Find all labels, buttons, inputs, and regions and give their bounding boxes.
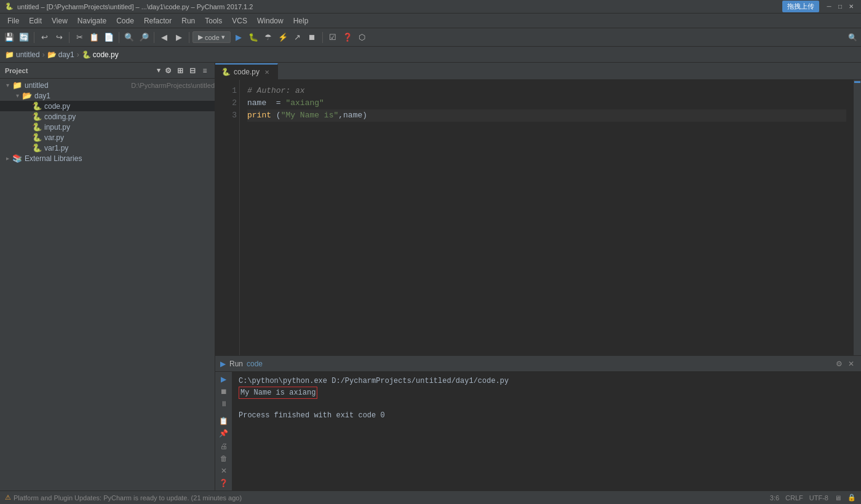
menu-item-navigate[interactable]: Navigate <box>73 15 111 26</box>
cut-button[interactable]: ✂ <box>73 31 86 44</box>
run-stop-button[interactable]: ⏹ <box>218 387 230 396</box>
synchronize-button[interactable]: 🔄 <box>17 31 31 44</box>
menu-item-run[interactable]: Run <box>177 15 200 26</box>
code-line-3: print ("My Name is",name) <box>247 109 846 122</box>
run-button[interactable]: ▶ <box>232 31 245 44</box>
menu-item-view[interactable]: View <box>47 15 73 26</box>
sdk-button[interactable]: ❓ <box>341 31 354 44</box>
task-button[interactable]: ☑ <box>326 31 339 44</box>
save-all-button[interactable]: 💾 <box>2 31 16 44</box>
status-line-ending[interactable]: CRLF <box>785 494 803 502</box>
menu-item-refactor[interactable]: Refactor <box>139 15 177 26</box>
status-encoding[interactable]: UTF-8 <box>809 494 828 502</box>
status-message[interactable]: Platform and Plugin Updates: PyCharm is … <box>14 494 242 502</box>
run-pause-button[interactable]: ⏸ <box>218 399 230 409</box>
redo-button[interactable]: ↪ <box>52 31 66 44</box>
run-panel-header: ▶ Run code ⚙ ✕ <box>215 356 861 372</box>
run-settings-icon[interactable]: ⚙ <box>834 359 844 369</box>
status-position[interactable]: 3:6 <box>770 494 779 502</box>
find-button[interactable]: 🔍 <box>122 31 136 44</box>
tree-item-codepy[interactable]: ▸ 🐍 code.py <box>0 101 215 111</box>
coverage-button[interactable]: ☂ <box>261 31 275 44</box>
project-panel-title: Project <box>5 67 157 74</box>
tree-item-inputpy[interactable]: ▸ 🐍 input.py <box>0 122 215 132</box>
find-replace-button[interactable]: 🔎 <box>137 31 151 44</box>
menu-item-tools[interactable]: Tools <box>200 15 227 26</box>
project-collapse-icon[interactable]: ⊟ <box>188 66 197 76</box>
step-button[interactable]: ↗ <box>291 31 304 44</box>
run-close-icon[interactable]: ✕ <box>846 359 856 369</box>
status-left: ⚠ Platform and Plugin Updates: PyCharm i… <box>5 494 765 502</box>
run-close-button[interactable]: ✕ <box>218 466 230 476</box>
tab-codepy-close[interactable]: ✕ <box>263 68 271 76</box>
search-everywhere-button[interactable]: 🔍 <box>846 31 859 44</box>
close-button[interactable]: ✕ <box>846 2 856 12</box>
menu-item-file[interactable]: File <box>2 15 24 26</box>
run-header-actions: ⚙ ✕ <box>834 359 856 369</box>
forward-button[interactable]: ▶ <box>172 31 186 44</box>
run-config-arrow: ▾ <box>221 33 225 41</box>
tree-icon-extlib: 📚 <box>12 154 22 163</box>
tree-item-codingpy[interactable]: ▸ 🐍 coding.py <box>0 111 215 122</box>
run-pin-button[interactable]: 📌 <box>218 428 230 438</box>
tab-codepy[interactable]: 🐍 code.py ✕ <box>215 63 278 79</box>
paste-button[interactable]: 📄 <box>102 31 116 44</box>
editor-scrollbar[interactable] <box>854 80 861 355</box>
run-help-button[interactable]: ❓ <box>218 478 230 488</box>
code-line-1: # Author: ax <box>247 85 846 97</box>
line-num-1: 1 <box>218 85 237 97</box>
tree-item-untitled[interactable]: ▾ 📁 untitled D:\PycharmProjects\untitled <box>0 80 215 90</box>
project-tree: ▾ 📁 untitled D:\PycharmProjects\untitled… <box>0 79 215 490</box>
run-config-label: code <box>205 34 220 41</box>
undo-button[interactable]: ↩ <box>38 31 51 44</box>
menu-item-vcs[interactable]: VCS <box>227 15 252 26</box>
tree-icon-var1py: 🐍 <box>32 143 42 152</box>
title-bar: 🐍 untitled – [D:\PycharmProjects\untitle… <box>0 0 861 14</box>
run-panel-body: ▶ ⏹ ⏸ 📋 📌 🖨 🗑 ✕ ❓ C:\python\python.exe D… <box>215 372 861 490</box>
toolbar-sep-2 <box>69 32 69 43</box>
menu-item-window[interactable]: Window <box>252 15 288 26</box>
status-warning-icon: ⚠ <box>5 494 11 502</box>
tree-item-var1py[interactable]: ▸ 🐍 var1.py <box>0 143 215 153</box>
project-expand-icon[interactable]: ⊞ <box>175 66 185 76</box>
minimize-button[interactable]: ─ <box>824 2 834 12</box>
maximize-button[interactable]: □ <box>835 2 845 12</box>
folder-icon-2: 📂 <box>47 50 57 59</box>
run-output-line-2: My Name is axiang <box>239 387 855 399</box>
copy-button[interactable]: 📋 <box>87 31 101 44</box>
breadcrumb-day1[interactable]: 📂 day1 <box>47 50 74 59</box>
tree-item-varpy[interactable]: ▸ 🐍 var.py <box>0 132 215 143</box>
menu-item-edit[interactable]: Edit <box>24 15 47 26</box>
stop-button[interactable]: ⏹ <box>306 31 319 44</box>
run-copy-button[interactable]: 📋 <box>218 416 230 426</box>
database-button[interactable]: ⬡ <box>355 31 369 44</box>
run-icon: ▶ <box>220 360 226 368</box>
tree-label-codingpy: coding.py <box>44 112 215 121</box>
run-config-selector[interactable]: ▶ code ▾ <box>192 31 231 43</box>
breadcrumb-codepy[interactable]: 🐍 code.py <box>82 50 119 59</box>
run-print-button[interactable]: 🖨 <box>218 441 230 451</box>
breadcrumb: 📁 untitled › 📂 day1 › 🐍 code.py <box>0 47 861 63</box>
run-play-button[interactable]: ▶ <box>218 374 230 384</box>
tree-item-external-libraries[interactable]: ▸ 📚 External Libraries <box>0 153 215 163</box>
status-monitor-icon[interactable]: 🖥 <box>835 494 841 502</box>
status-lock-icon[interactable]: 🔒 <box>847 494 856 502</box>
code-editor[interactable]: # Author: ax name = "axiang" print ("My … <box>240 80 854 355</box>
upload-button[interactable]: 拖拽上传 <box>782 1 819 12</box>
project-dropdown-arrow[interactable]: ▾ <box>157 66 161 74</box>
run-clear-button[interactable]: 🗑 <box>218 454 230 463</box>
menu-item-help[interactable]: Help <box>288 15 314 26</box>
tree-item-day1[interactable]: ▾ 📂 day1 <box>0 90 215 101</box>
menu-item-code[interactable]: Code <box>111 15 139 26</box>
breadcrumb-untitled[interactable]: 📁 untitled <box>5 50 40 59</box>
tree-arrow-untitled: ▾ <box>2 82 12 89</box>
profile-button[interactable]: ⚡ <box>276 31 290 44</box>
debug-button[interactable]: 🐛 <box>247 31 260 44</box>
project-settings-icon[interactable]: ⚙ <box>163 66 173 76</box>
project-options-icon[interactable]: ≡ <box>200 66 210 76</box>
project-panel: Project ▾ ⚙ ⊞ ⊟ ≡ ▾ 📁 untitled D:\Pychar… <box>0 63 215 490</box>
run-output-highlight: My Name is axiang <box>239 387 317 399</box>
back-button[interactable]: ◀ <box>157 31 171 44</box>
run-panel-title[interactable]: Run <box>229 360 243 368</box>
main-layout: Project ▾ ⚙ ⊞ ⊟ ≡ ▾ 📁 untitled D:\Pychar… <box>0 63 861 490</box>
